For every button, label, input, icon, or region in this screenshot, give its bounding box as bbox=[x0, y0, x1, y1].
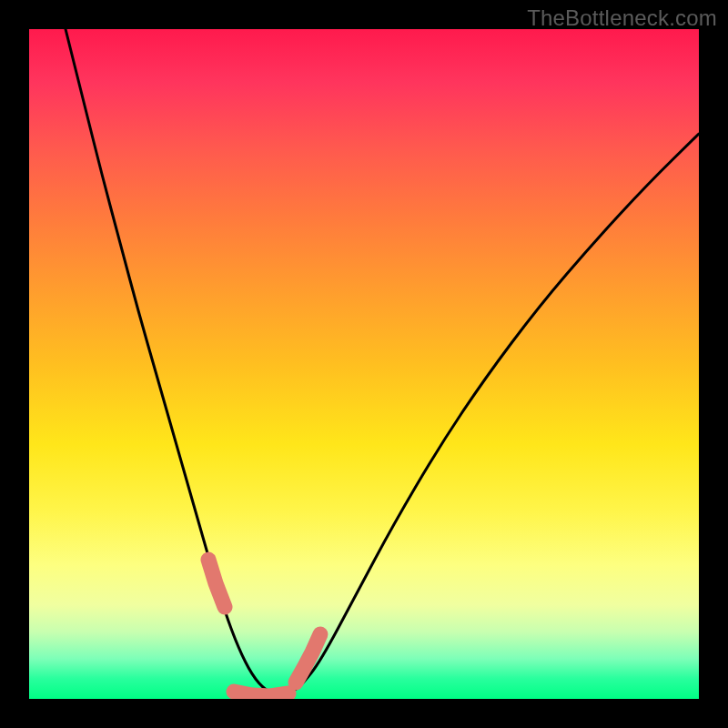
seg-bottom bbox=[234, 692, 288, 696]
watermark-text: TheBottleneck.com bbox=[527, 5, 717, 31]
plot-area bbox=[29, 29, 699, 699]
highlight-group bbox=[208, 560, 320, 696]
chart-frame: TheBottleneck.com bbox=[0, 0, 728, 728]
seg-left bbox=[208, 560, 225, 607]
seg-right bbox=[296, 634, 320, 682]
curve-svg bbox=[29, 29, 699, 699]
bottleneck-curve bbox=[66, 29, 699, 694]
